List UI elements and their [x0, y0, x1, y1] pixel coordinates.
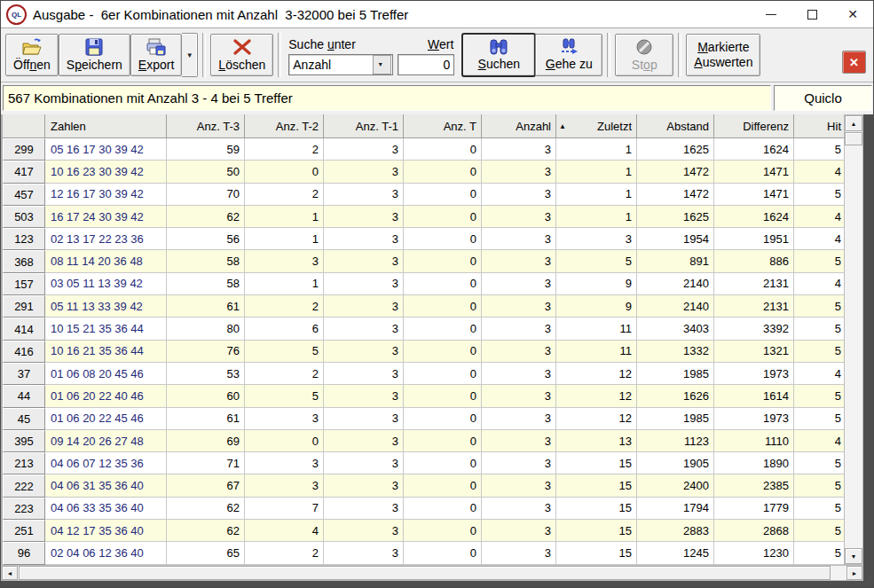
cell[interactable]: 3 — [245, 452, 324, 474]
cell[interactable]: 08 11 14 20 36 48 — [45, 250, 167, 272]
cell[interactable]: 3 — [324, 206, 404, 228]
table-row[interactable]: 4501 06 20 22 45 4661330312198519735 — [3, 408, 846, 430]
cell[interactable]: 02 13 17 22 23 36 — [45, 228, 167, 250]
cell[interactable]: 61 — [167, 295, 245, 318]
cell[interactable]: 5 — [245, 341, 324, 363]
cell[interactable]: 0 — [404, 498, 482, 520]
cell[interactable]: 1624 — [714, 138, 794, 161]
row-number-cell[interactable]: 251 — [3, 520, 45, 542]
cell[interactable]: 12 — [556, 408, 637, 430]
cell[interactable]: 1332 — [637, 341, 714, 363]
cell[interactable]: 1985 — [637, 363, 714, 385]
cell[interactable]: 1110 — [714, 430, 794, 452]
header-cell-anz-t-2[interactable]: Anz. T-2 — [245, 114, 324, 138]
cell[interactable]: 4 — [794, 363, 846, 385]
cell[interactable]: 5 — [794, 184, 846, 206]
cell[interactable]: 15 — [556, 520, 637, 542]
cell[interactable]: 3 — [324, 250, 404, 272]
cell[interactable]: 59 — [167, 138, 245, 161]
cell[interactable]: 3 — [324, 363, 404, 385]
cell[interactable]: 5 — [794, 318, 846, 340]
row-number-cell[interactable]: 299 — [3, 138, 45, 161]
cell[interactable]: 1321 — [714, 341, 794, 363]
wert-input[interactable] — [398, 54, 454, 75]
row-number-cell[interactable]: 368 — [3, 250, 45, 272]
cell[interactable]: 15 — [556, 452, 637, 474]
cell[interactable]: 5 — [794, 385, 846, 407]
cell[interactable]: 3 — [324, 474, 404, 497]
row-number-cell[interactable]: 395 — [3, 430, 45, 452]
scroll-up-button[interactable]: ▲ — [845, 115, 862, 131]
cell[interactable]: 5 — [794, 138, 846, 161]
cell[interactable]: 7 — [245, 498, 324, 520]
cell[interactable]: 2883 — [637, 520, 714, 542]
cell[interactable]: 5 — [794, 452, 846, 474]
table-row[interactable]: 3701 06 08 20 45 4653230312198519734 — [3, 363, 846, 385]
cell[interactable]: 3 — [324, 295, 404, 318]
cell[interactable]: 1973 — [714, 408, 794, 430]
cell[interactable]: 3 — [324, 184, 404, 206]
table-row[interactable]: 45712 16 17 30 39 427023031147214715 — [3, 184, 846, 206]
cell[interactable]: 05 16 17 30 39 42 — [45, 138, 167, 161]
cell[interactable]: 4 — [794, 273, 846, 295]
cell[interactable]: 04 06 07 12 35 36 — [45, 452, 167, 474]
cell[interactable]: 1794 — [637, 498, 714, 520]
cell[interactable]: 58 — [167, 250, 245, 272]
cell[interactable]: 3 — [324, 542, 404, 564]
cell[interactable]: 15 — [556, 474, 637, 497]
cell[interactable]: 1779 — [714, 498, 794, 520]
cell[interactable]: 0 — [404, 295, 482, 318]
row-number-cell[interactable]: 45 — [3, 408, 45, 430]
header-cell-anz-t-1[interactable]: Anz. T-1 — [324, 114, 404, 138]
cell[interactable]: 3 — [482, 341, 556, 363]
cell[interactable]: 04 12 17 35 36 40 — [45, 520, 167, 542]
close-button[interactable]: ✕ — [832, 1, 873, 27]
maximize-button[interactable] — [791, 1, 832, 27]
cell[interactable]: 3 — [324, 341, 404, 363]
cell[interactable]: 0 — [404, 408, 482, 430]
cell[interactable]: 71 — [167, 452, 245, 474]
horizontal-scrollbar[interactable]: ◄ ► — [1, 565, 863, 581]
cell[interactable]: 2140 — [637, 295, 714, 318]
table-row[interactable]: 41610 16 21 35 36 4476530311133213215 — [3, 341, 846, 363]
cell[interactable]: 0 — [404, 542, 482, 564]
cell[interactable]: 0 — [404, 273, 482, 295]
cell[interactable]: 5 — [794, 542, 846, 564]
cell[interactable]: 3 — [324, 385, 404, 407]
search-button[interactable]: Suchen — [462, 34, 535, 76]
cell[interactable]: 62 — [167, 206, 245, 228]
cell[interactable]: 3 — [482, 318, 556, 340]
table-row[interactable]: 4401 06 20 22 40 4660530312162616145 — [3, 385, 846, 407]
cell[interactable]: 1 — [245, 206, 324, 228]
cell[interactable]: 3 — [482, 161, 556, 183]
table-row[interactable]: 29105 11 13 33 39 426123039214021315 — [3, 295, 846, 318]
cell[interactable]: 9 — [556, 295, 637, 318]
cell[interactable]: 5 — [794, 250, 846, 272]
table-row[interactable]: 12302 13 17 22 23 365613033195419514 — [3, 228, 846, 250]
cell[interactable]: 60 — [167, 385, 245, 407]
table-row[interactable]: 41710 16 23 30 39 425003031147214714 — [3, 161, 846, 183]
cell[interactable]: 15 — [556, 542, 637, 564]
row-number-cell[interactable]: 457 — [3, 184, 45, 206]
cell[interactable]: 3403 — [637, 318, 714, 340]
cell[interactable]: 3 — [324, 452, 404, 474]
cell[interactable]: 2 — [245, 363, 324, 385]
cell[interactable]: 1230 — [714, 542, 794, 564]
table-row[interactable]: 15703 05 11 13 39 425813039214021314 — [3, 273, 846, 295]
cell[interactable]: 09 14 20 26 27 48 — [45, 430, 167, 452]
scroll-left-button[interactable]: ◄ — [2, 566, 18, 580]
cell[interactable]: 0 — [404, 363, 482, 385]
cell[interactable]: 5 — [794, 341, 846, 363]
cell[interactable]: 3 — [482, 273, 556, 295]
vertical-scroll-thumb[interactable] — [845, 132, 862, 145]
header-cell-anz-t[interactable]: Anz. T — [404, 114, 482, 138]
header-cell-anz-t-3[interactable]: Anz. T-3 — [167, 114, 245, 138]
row-number-cell[interactable]: 123 — [3, 228, 45, 250]
header-cell-zahlen[interactable]: Zahlen — [45, 114, 167, 138]
cell[interactable]: 3 — [482, 206, 556, 228]
cell[interactable]: 3 — [482, 228, 556, 250]
table-row[interactable]: 22204 06 31 35 36 4067330315240023855 — [3, 474, 846, 497]
cell[interactable]: 3 — [482, 363, 556, 385]
cell[interactable]: 15 — [556, 498, 637, 520]
cell[interactable]: 01 06 08 20 45 46 — [45, 363, 167, 385]
